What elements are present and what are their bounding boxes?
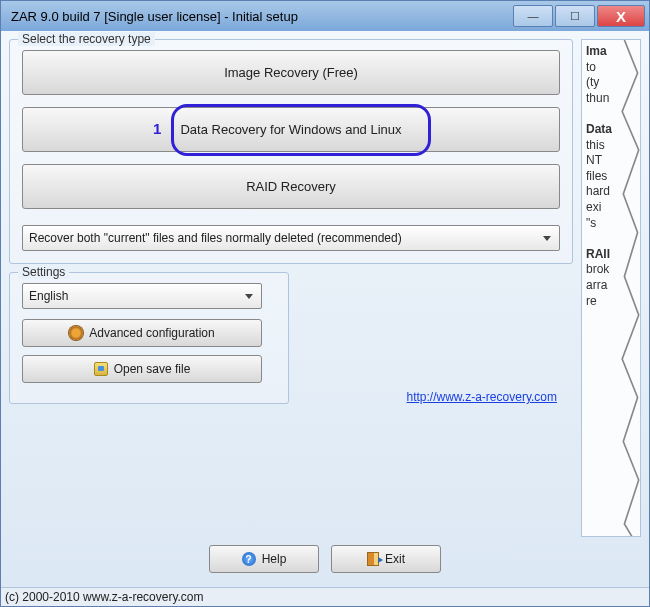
- help-icon: ?: [242, 552, 256, 566]
- copyright-text: (c) 2000-2010 www.z-a-recovery.com: [1, 587, 649, 606]
- exit-label: Exit: [385, 552, 405, 566]
- image-recovery-button[interactable]: Image Recovery (Free): [22, 50, 560, 95]
- recovery-type-group: Select the recovery type Image Recovery …: [9, 39, 573, 264]
- help-button[interactable]: ? Help: [209, 545, 319, 573]
- image-recovery-label: Image Recovery (Free): [224, 65, 358, 80]
- advanced-config-button[interactable]: Advanced configuration: [22, 319, 262, 347]
- help-label: Help: [262, 552, 287, 566]
- info-panel: Ima to (ty thun Data this NT files hard …: [581, 39, 641, 537]
- website-link[interactable]: http://www.z-a-recovery.com: [407, 390, 557, 404]
- info-p1-head: Ima: [586, 44, 607, 58]
- open-save-label: Open save file: [114, 362, 191, 376]
- minimize-button[interactable]: —: [513, 5, 553, 27]
- close-button[interactable]: X: [597, 5, 645, 27]
- data-recovery-button[interactable]: Data Recovery for Windows and Linux 1: [22, 107, 560, 152]
- settings-label: Settings: [18, 265, 69, 279]
- folder-icon: [94, 362, 108, 376]
- raid-recovery-label: RAID Recovery: [246, 179, 336, 194]
- raid-recovery-button[interactable]: RAID Recovery: [22, 164, 560, 209]
- advanced-config-label: Advanced configuration: [89, 326, 214, 340]
- info-p3-head: RAII: [586, 247, 610, 261]
- settings-group: Settings English Advanced configuration …: [9, 272, 289, 404]
- info-p2-head: Data: [586, 122, 612, 136]
- exit-icon: [367, 552, 379, 566]
- annotation-number: 1: [153, 120, 161, 137]
- data-recovery-label: Data Recovery for Windows and Linux: [180, 122, 401, 137]
- exit-button[interactable]: Exit: [331, 545, 441, 573]
- language-select[interactable]: English: [22, 283, 262, 309]
- columns: Select the recovery type Image Recovery …: [9, 39, 641, 537]
- link-row: http://www.z-a-recovery.com: [301, 390, 573, 404]
- left-column: Select the recovery type Image Recovery …: [9, 39, 573, 537]
- language-value: English: [29, 289, 68, 303]
- maximize-button[interactable]: ☐: [555, 5, 595, 27]
- window-title: ZAR 9.0 build 7 [Single user license] - …: [11, 9, 513, 24]
- recovery-mode-value: Recover both "current" files and files n…: [29, 231, 402, 245]
- app-window: ZAR 9.0 build 7 [Single user license] - …: [0, 0, 650, 607]
- body-area: Select the recovery type Image Recovery …: [1, 31, 649, 587]
- gear-icon: [69, 326, 83, 340]
- window-buttons: — ☐ X: [513, 5, 645, 27]
- open-save-file-button[interactable]: Open save file: [22, 355, 262, 383]
- torn-edge-icon: [620, 40, 641, 537]
- recovery-type-label: Select the recovery type: [18, 32, 155, 46]
- recovery-mode-select[interactable]: Recover both "current" files and files n…: [22, 225, 560, 251]
- bottom-bar: ? Help Exit: [9, 537, 641, 579]
- titlebar: ZAR 9.0 build 7 [Single user license] - …: [1, 1, 649, 31]
